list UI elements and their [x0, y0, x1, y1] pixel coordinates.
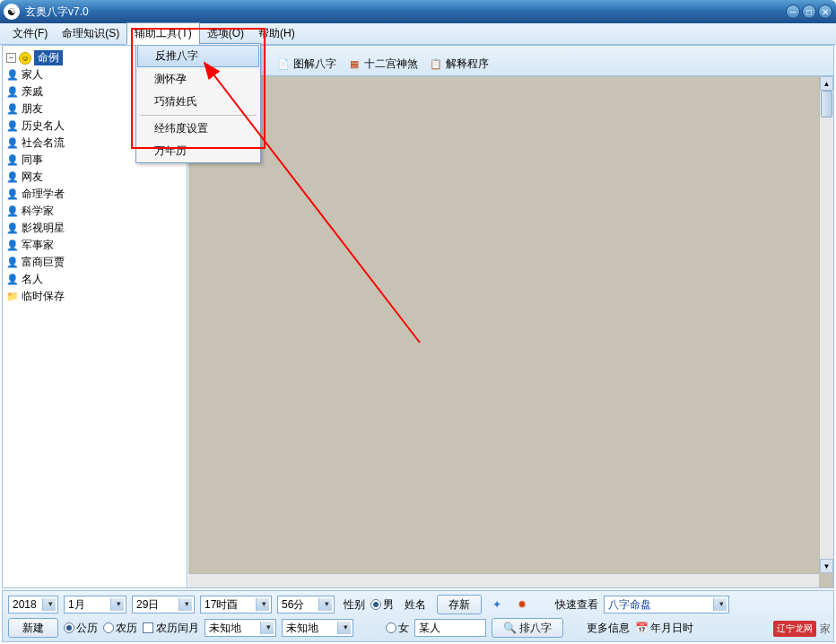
tree-item[interactable]: 👤富商巨贾 [6, 254, 185, 271]
name-input[interactable] [414, 619, 486, 637]
folder-icon: 👤 [6, 103, 19, 116]
hour-select[interactable]: 17时酉 [200, 596, 272, 614]
body: − ☺ 命例 👤家人👤亲戚👤朋友👤历史名人👤社会名流👤同事👤网友👤命理学者👤科学… [2, 45, 834, 588]
scroll-down-icon[interactable]: ▼ [820, 559, 833, 573]
day-value: 29日 [136, 597, 159, 613]
window-buttons: ─ □ ✕ [786, 4, 832, 19]
tree-item-label: 历史名人 [22, 118, 65, 134]
collapse-icon[interactable]: − [6, 53, 16, 63]
scroll-thumb[interactable] [821, 91, 832, 117]
minute-select[interactable]: 56分 [277, 596, 335, 614]
folder-icon: 👤 [6, 205, 19, 218]
month-select[interactable]: 1月 [64, 596, 126, 614]
gender-female[interactable]: 女 [386, 621, 409, 636]
year-value: 2018 [13, 598, 37, 611]
dropdown-guess-surname[interactable]: 巧猜姓氏 [136, 91, 260, 113]
dropdown-lonlat[interactable]: 经纬度设置 [136, 117, 260, 140]
horizontal-scrollbar[interactable] [188, 573, 819, 587]
toolbar: 📄 图解八字 ▦ 十二宫神煞 📋 解释程序 [269, 52, 496, 75]
toolbar-explain-label: 解释程序 [446, 57, 489, 72]
hour-value: 17时酉 [205, 597, 238, 613]
year-select[interactable]: 2018 [8, 596, 58, 614]
toolbar-diagram[interactable]: 📄 图解八字 [276, 57, 336, 72]
dropdown-reverse[interactable]: 反推八字 [137, 45, 259, 67]
leap-label: 农历闰月 [156, 621, 199, 636]
tree-root-label: 命例 [34, 50, 63, 65]
tree-item[interactable]: 📁临时保存 [6, 288, 185, 305]
tools-dropdown: 反推八字 测怀孕 巧猜姓氏 经纬度设置 万年历 [135, 43, 261, 163]
calendar-solar[interactable]: 公历 [64, 621, 98, 636]
menu-help[interactable]: 帮助(H) [251, 23, 302, 44]
day-select[interactable]: 29日 [132, 596, 195, 614]
menu-options[interactable]: 选项(O) [200, 23, 251, 44]
place1-select[interactable]: 未知地 [205, 619, 276, 637]
explain-icon: 📋 [429, 57, 443, 71]
more-info-value: 年月日时 [650, 621, 693, 636]
place2-value: 未知地 [286, 621, 318, 636]
tree-item-label: 临时保存 [22, 289, 65, 304]
leap-month[interactable]: 农历闰月 [143, 621, 199, 636]
folder-icon: 👤 [6, 222, 19, 235]
menu-tools[interactable]: 辅助工具(T) [126, 22, 199, 45]
bottom-row-2: 新建 公历 农历 农历闰月 未知地 未知地 女 🔍排八字 更多信息 📅年月日时 [8, 618, 828, 638]
palaces-icon: ▦ [347, 57, 361, 71]
toolbar-palaces[interactable]: ▦ 十二宫神煞 [347, 57, 418, 72]
scroll-up-icon[interactable]: ▲ [820, 76, 833, 91]
gender-male[interactable]: 男 [370, 597, 394, 613]
app-title: 玄奥八字v7.0 [25, 4, 786, 20]
calendar-lunar[interactable]: 农历 [103, 621, 137, 636]
quick-view-value: 八字命盘 [608, 597, 651, 613]
tree-item-label: 亲戚 [22, 84, 43, 100]
male-label: 男 [383, 597, 394, 613]
star-icon[interactable]: ✹ [512, 595, 532, 614]
lunar-label: 农历 [116, 621, 137, 636]
maximize-button[interactable]: □ [802, 4, 816, 19]
wizard-icon[interactable]: ✦ [487, 595, 507, 614]
tree-item[interactable]: 👤命理学者 [6, 186, 185, 203]
folder-icon: 👤 [6, 86, 19, 99]
tree-item[interactable]: 👤军事家 [6, 237, 185, 254]
tree-item[interactable]: 👤科学家 [6, 203, 185, 220]
new-button[interactable]: 新建 [8, 618, 58, 638]
vertical-scrollbar[interactable]: ▲ ▼ [819, 76, 833, 573]
more-info-label: 更多信息 [587, 621, 630, 636]
tree-item[interactable]: 👤影视明星 [6, 220, 185, 237]
folder-icon: 👤 [6, 137, 19, 150]
bottom-bar: 2018 1月 29日 17时酉 56分 性别 男 姓名 存新 ✦ ✹ 快速查看… [2, 590, 834, 642]
tree-item-label: 同事 [22, 152, 43, 168]
tree-item-label: 富商巨贾 [22, 255, 65, 270]
quick-view-select[interactable]: 八字命盘 [604, 596, 729, 614]
folder-icon: 👤 [6, 120, 19, 133]
tree-item-label: 社会名流 [22, 135, 65, 151]
minute-value: 56分 [282, 597, 304, 613]
toolbar-explain[interactable]: 📋 解释程序 [429, 57, 489, 72]
dropdown-separator [140, 115, 257, 116]
arrange-icon: 🔍 [503, 622, 517, 634]
app-icon: ☯ [4, 4, 20, 20]
save-new-button[interactable]: 存新 [437, 595, 482, 614]
folder-icon: 👤 [6, 171, 19, 184]
menu-file[interactable]: 文件(F) [5, 23, 55, 44]
tree-item-label: 名人 [22, 272, 43, 287]
place2-select[interactable]: 未知地 [282, 619, 353, 637]
more-info-value-wrap: 📅年月日时 [635, 621, 693, 636]
watermark-badge: 辽宁龙网 [773, 621, 816, 637]
dropdown-pregnancy[interactable]: 测怀孕 [136, 68, 260, 91]
minimize-button[interactable]: ─ [786, 4, 800, 19]
arrange-label: 排八字 [519, 621, 552, 636]
tree-item-label: 网友 [22, 170, 43, 185]
tree-item[interactable]: 👤名人 [6, 271, 185, 288]
arrange-button[interactable]: 🔍排八字 [492, 618, 563, 638]
tree-item-label: 家人 [22, 67, 43, 83]
tree-item-label: 朋友 [22, 101, 43, 117]
folder-icon: 👤 [6, 257, 19, 269]
tree-item[interactable]: 👤网友 [6, 169, 185, 186]
menu-knowledge[interactable]: 命理知识(S) [55, 23, 126, 44]
calendar-icon: 📅 [635, 622, 649, 634]
dropdown-calendar[interactable]: 万年历 [136, 140, 260, 162]
diagram-icon: 📄 [276, 57, 291, 71]
tree-item-label: 影视明星 [22, 221, 65, 236]
leap-checkbox[interactable] [143, 622, 153, 633]
close-button[interactable]: ✕ [818, 4, 832, 19]
folder-icon: 👤 [6, 188, 19, 201]
